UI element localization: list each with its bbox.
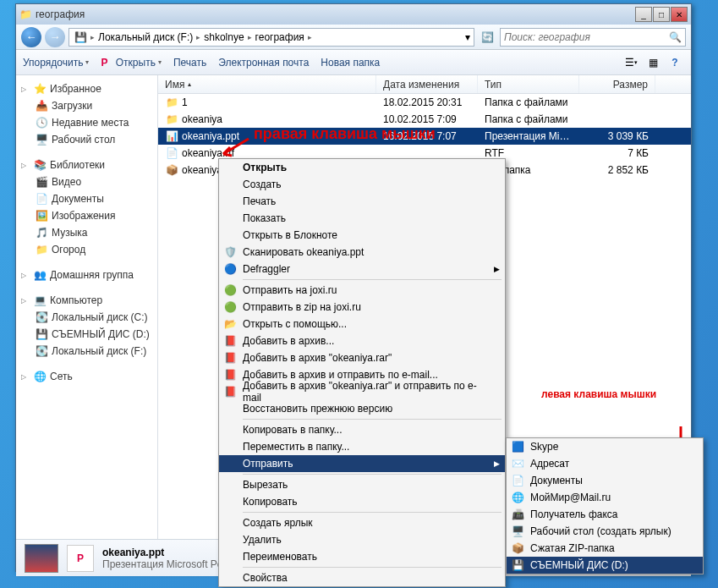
context-item[interactable]: 🟢Отправить на joxi.ru	[219, 282, 505, 299]
context-menu[interactable]: ОткрытьСоздатьПечатьПоказатьОткрыть в Бл…	[218, 158, 506, 587]
context-item[interactable]: Открыть	[219, 159, 505, 176]
file-row[interactable]: 📁118.02.2015 20:31Папка с файлами	[158, 94, 691, 111]
context-item[interactable]: 📕Добавить в архив...	[219, 332, 505, 349]
sendto-submenu[interactable]: 🟦Skype✉️Адресат📄Документы🌐МойМир@Mail.ru…	[506, 437, 704, 574]
context-item[interactable]: Вырезать	[219, 476, 505, 493]
titlebar[interactable]: 📁 география _ □ ✕	[16, 4, 691, 25]
context-item[interactable]: Создать	[219, 176, 505, 193]
context-label: Сканировать okeaniya.ppt	[243, 246, 364, 258]
col-name[interactable]: Имя ▴	[158, 75, 376, 93]
bc-sep-icon: ▸	[196, 33, 200, 41]
nav-favorites[interactable]: ▷⭐Избранное	[16, 80, 157, 97]
skype-icon: 🟦	[510, 439, 525, 454]
nav-drive-d[interactable]: 💾СЪЕМНЫЙ ДИС (D:)	[16, 326, 157, 343]
col-date[interactable]: Дата изменения	[376, 75, 478, 93]
context-item[interactable]: Печать	[219, 193, 505, 210]
nav-documents[interactable]: 📄Документы	[16, 190, 157, 207]
help-button[interactable]: ?	[666, 54, 684, 71]
preview-button[interactable]: ▦	[644, 54, 662, 71]
drive-icon: 💽	[35, 310, 48, 324]
newfolder-button[interactable]: Новая папка	[321, 57, 380, 69]
close-button[interactable]: ✕	[671, 7, 688, 22]
search-box[interactable]: 🔍	[500, 28, 686, 47]
back-button[interactable]: ←	[21, 27, 41, 47]
context-item[interactable]: 📂Открыть с помощью...	[219, 316, 505, 332]
submenu-arrow-icon: ▶	[494, 459, 500, 468]
open-button[interactable]: P Открыть▾	[101, 57, 162, 69]
pictures-icon: 🖼️	[35, 209, 48, 223]
sendto-item[interactable]: 🟦Skype	[507, 438, 703, 455]
nav-desktop[interactable]: 🖥️Рабочий стол	[16, 131, 157, 148]
context-item[interactable]: Отправить▶	[219, 455, 505, 472]
context-label: Печать	[243, 195, 276, 207]
nav-libraries[interactable]: ▷📚Библиотеки	[16, 157, 157, 173]
nav-recent[interactable]: 🕓Недавние места	[16, 114, 157, 131]
context-item[interactable]: Копировать	[219, 493, 505, 510]
context-item[interactable]: 🛡️Сканировать okeaniya.ppt	[219, 244, 505, 261]
minimize-button[interactable]: _	[635, 7, 652, 22]
sendto-item[interactable]: 📠Получатель факса	[507, 506, 703, 523]
col-size[interactable]: Размер	[579, 75, 655, 93]
context-item[interactable]: Переименовать	[219, 548, 505, 565]
nav-downloads[interactable]: 📥Загрузки	[16, 97, 157, 114]
sendto-item[interactable]: 📄Документы	[507, 472, 703, 489]
nav-homegroup[interactable]: ▷👥Домашняя группа	[16, 267, 157, 283]
bc-seg[interactable]: Локальный диск (F:)	[96, 31, 195, 43]
context-item[interactable]: Свойства	[219, 569, 505, 586]
context-item[interactable]: 🟢Отправить в zip на joxi.ru	[219, 299, 505, 316]
context-item[interactable]: Удалить	[219, 531, 505, 548]
context-item[interactable]: Показать	[219, 210, 505, 227]
nav-videos[interactable]: 🎬Видео	[16, 173, 157, 190]
refresh-button[interactable]: 🔄	[478, 29, 496, 46]
star-icon: ⭐	[33, 82, 47, 96]
drive-icon: 💽	[35, 344, 48, 358]
email-button[interactable]: Электронная почта	[218, 57, 309, 69]
sendto-item[interactable]: ✉️Адресат	[507, 455, 703, 472]
nav-drive-f[interactable]: 💽Локальный диск (F:)	[16, 343, 157, 360]
sendto-label: Получатель факса	[530, 508, 618, 520]
forward-button[interactable]: →	[45, 27, 65, 47]
print-button[interactable]: Печать	[173, 57, 206, 69]
nav-network[interactable]: ▷🌐Сеть	[16, 368, 157, 385]
nav-custom[interactable]: 📁Огород	[16, 241, 157, 258]
file-row[interactable]: 📁okeaniya10.02.2015 7:09Папка с файлами	[158, 111, 691, 128]
context-item[interactable]: Восстановить прежнюю версию	[219, 400, 505, 417]
nav-pane[interactable]: ▷⭐Избранное 📥Загрузки 🕓Недавние места 🖥️…	[16, 75, 158, 539]
context-item[interactable]: 🔵Defraggler▶	[219, 261, 505, 278]
search-icon[interactable]: 🔍	[669, 31, 682, 43]
file-row[interactable]: 📊okeaniya.ppt16.02.2015 7:07Презентация …	[158, 128, 691, 145]
column-header[interactable]: Имя ▴ Дата изменения Тип Размер	[158, 75, 691, 94]
maximize-button[interactable]: □	[653, 7, 670, 22]
homegroup-icon: 👥	[33, 268, 47, 282]
organize-button[interactable]: Упорядочить▾	[23, 57, 89, 69]
nav-drive-c[interactable]: 💽Локальный диск (C:)	[16, 309, 157, 326]
view-button[interactable]: ☰▾	[622, 54, 640, 71]
breadcrumb[interactable]: 💾 ▸ Локальный диск (F:) ▸ shkolnye ▸ гео…	[69, 28, 474, 47]
bc-seg[interactable]: shkolnye	[202, 31, 245, 43]
context-label: Отправить	[243, 458, 293, 470]
search-input[interactable]	[504, 31, 669, 43]
context-label: Показать	[243, 212, 286, 224]
sendto-item[interactable]: 📦Сжатая ZIP-папка	[507, 540, 703, 557]
fax-icon: 📠	[510, 507, 525, 522]
nav-music[interactable]: 🎵Музыка	[16, 224, 157, 241]
nav-computer[interactable]: ▷💻Компьютер	[16, 292, 157, 309]
sendto-label: Рабочий стол (создать ярлык)	[530, 525, 671, 537]
sendto-item[interactable]: 🌐МойМир@Mail.ru	[507, 489, 703, 506]
col-type[interactable]: Тип	[478, 75, 579, 93]
context-item[interactable]: Создать ярлык	[219, 514, 505, 531]
bc-seg[interactable]: география	[254, 31, 306, 43]
nav-pictures[interactable]: 🖼️Изображения	[16, 207, 157, 224]
context-item[interactable]: 📕Добавить в архив "okeaniya.rar"	[219, 349, 505, 366]
context-item[interactable]: Открыть в Блокноте	[219, 227, 505, 244]
context-item[interactable]: 📕Добавить в архив "okeaniya.rar" и отпра…	[219, 383, 505, 400]
file-size: 7 КБ	[579, 147, 655, 159]
context-item[interactable]: Копировать в папку...	[219, 421, 505, 438]
context-label: Создать ярлык	[243, 517, 313, 529]
sendto-item[interactable]: 💾СЪЕМНЫЙ ДИС (D:)	[507, 557, 703, 574]
sendto-item[interactable]: 🖥️Рабочий стол (создать ярлык)	[507, 523, 703, 540]
context-item[interactable]: Переместить в папку...	[219, 438, 505, 455]
status-thumbnail	[25, 544, 58, 573]
context-label: Копировать в папку...	[243, 424, 343, 436]
context-label: Переименовать	[243, 551, 317, 563]
